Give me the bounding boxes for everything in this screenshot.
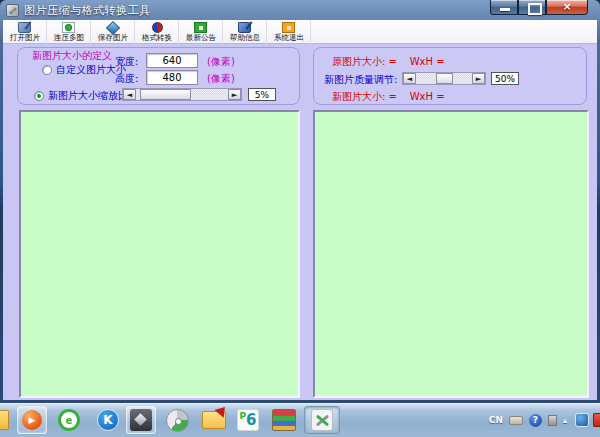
toolbar-button-announcement[interactable]: 最新公告	[179, 20, 223, 44]
size-group-label: 新图片大小的定义	[30, 49, 114, 63]
exit-icon	[282, 22, 295, 33]
tray-help-icon[interactable]: ?	[529, 414, 542, 427]
client-area: 新图片大小的定义 自定义图片大小 宽度: (像素) 高度: (像素) 新图片大小…	[3, 44, 597, 400]
window-body: 打开图片 连压多图 保存图片 格式转换 最新公告	[3, 20, 597, 400]
books-stack-icon	[272, 409, 296, 431]
batch-compress-icon	[62, 22, 75, 33]
new-size-text: 新图片大小: = WxH =	[332, 90, 445, 104]
quality-value-box: 50%	[491, 72, 519, 85]
quality-groupbox: 原图片大小: = WxH = 新图片质量调节: ◄ ► 50% 新图片大小: =…	[313, 47, 587, 105]
keyboard-icon[interactable]	[509, 416, 523, 425]
radio-checked-icon[interactable]	[34, 91, 44, 101]
taskbar-disc-app-button[interactable]	[162, 406, 192, 434]
toolbar-button-help-info[interactable]: 帮助信息	[223, 20, 267, 44]
quality-scrollbar-thumb[interactable]	[436, 73, 453, 84]
result-image-panel	[313, 110, 589, 398]
folder-arrow-icon	[202, 411, 226, 429]
scale-scrollbar[interactable]: ◄ ►	[122, 88, 242, 101]
scroll-right-arrow-icon[interactable]: ►	[228, 89, 241, 100]
taskbar-books-app-button[interactable]	[268, 406, 300, 434]
scroll-left-arrow-icon[interactable]: ◄	[123, 89, 136, 100]
scale-scrollbar-thumb[interactable]	[140, 89, 192, 100]
media-player-icon: ▶	[22, 410, 42, 430]
height-label: 高度:	[115, 72, 138, 86]
announcement-icon	[194, 22, 207, 33]
system-tray: CN ? ▴	[489, 403, 600, 437]
tray-small-icon[interactable]	[548, 415, 557, 426]
width-input[interactable]	[146, 53, 198, 68]
taskbar-dark-app-button[interactable]	[126, 406, 156, 434]
save-image-icon	[106, 22, 119, 33]
toolbar-button-batch-compress[interactable]: 连压多图	[47, 20, 91, 44]
tray-edge-icon[interactable]	[593, 413, 600, 427]
app-window: 图片压缩与格式转换工具 × 打开图片 连压多图 保存	[0, 0, 600, 403]
diamond-app-icon	[130, 409, 152, 431]
green-browser-icon: e	[58, 409, 80, 431]
pc6-letter-p: P	[239, 411, 246, 421]
taskbar-pc6-button[interactable]: P6	[234, 406, 262, 434]
tray-network-icon[interactable]	[575, 413, 589, 427]
width-label: 宽度:	[115, 55, 138, 69]
quality-label: 新图片质量调节:	[324, 73, 397, 87]
open-image-icon	[18, 22, 31, 33]
quality-scrollbar-track[interactable]	[416, 73, 472, 84]
scale-scrollbar-track[interactable]	[136, 89, 228, 100]
taskbar-media-player-button[interactable]: ▶	[17, 406, 47, 434]
scroll-right-arrow-icon[interactable]: ►	[472, 73, 485, 84]
close-button[interactable]: ×	[546, 0, 588, 15]
language-indicator[interactable]: CN	[489, 415, 503, 425]
toolbar-button-open-image[interactable]: 打开图片	[3, 20, 47, 44]
tools-app-icon	[311, 409, 333, 431]
quality-scrollbar[interactable]: ◄ ►	[402, 72, 486, 85]
height-unit-label: (像素)	[207, 72, 235, 86]
pc6-digit-6: 6	[246, 411, 256, 429]
window-controls: ×	[490, 0, 588, 15]
titlebar[interactable]: 图片压缩与格式转换工具 ×	[0, 0, 600, 20]
folder-edge-icon[interactable]	[0, 410, 9, 430]
height-input[interactable]	[146, 70, 198, 85]
source-image-panel	[19, 110, 300, 398]
pc6-icon: P6	[237, 409, 259, 431]
kugou-music-icon: K	[97, 409, 119, 431]
size-groupbox: 新图片大小的定义 自定义图片大小 宽度: (像素) 高度: (像素) 新图片大小…	[17, 47, 300, 105]
width-unit-label: (像素)	[207, 55, 235, 69]
original-size-text: 原图片大小: = WxH =	[332, 55, 445, 69]
taskbar-folder-app-button[interactable]	[198, 406, 230, 434]
custom-size-radio[interactable]: 自定义图片大小	[42, 63, 126, 77]
app-icon	[6, 4, 19, 17]
window-title: 图片压缩与格式转换工具	[24, 3, 151, 18]
taskbar-green-browser-button[interactable]: e	[55, 406, 83, 434]
toolbar-button-exit[interactable]: 系统退出	[267, 20, 311, 44]
radio-unchecked-icon[interactable]	[42, 65, 52, 75]
taskbar-kugou-button[interactable]: K	[94, 406, 122, 434]
maximize-button[interactable]	[518, 0, 546, 15]
tray-expand-icon[interactable]: ▴	[563, 416, 567, 425]
toolbar-button-format-convert[interactable]: 格式转换	[135, 20, 179, 44]
scale-value-box: 5%	[248, 88, 276, 101]
desktop: 图片压缩与格式转换工具 × 打开图片 连压多图 保存	[0, 0, 600, 437]
minimize-button[interactable]	[490, 0, 518, 15]
help-info-icon	[238, 22, 251, 33]
scroll-left-arrow-icon[interactable]: ◄	[403, 73, 416, 84]
toolbar-button-save-image[interactable]: 保存图片	[91, 20, 135, 44]
taskbar-active-tool-button[interactable]	[304, 406, 340, 434]
format-convert-icon	[152, 22, 163, 33]
disc-app-icon	[166, 409, 189, 432]
toolbar: 打开图片 连压多图 保存图片 格式转换 最新公告	[3, 20, 597, 44]
